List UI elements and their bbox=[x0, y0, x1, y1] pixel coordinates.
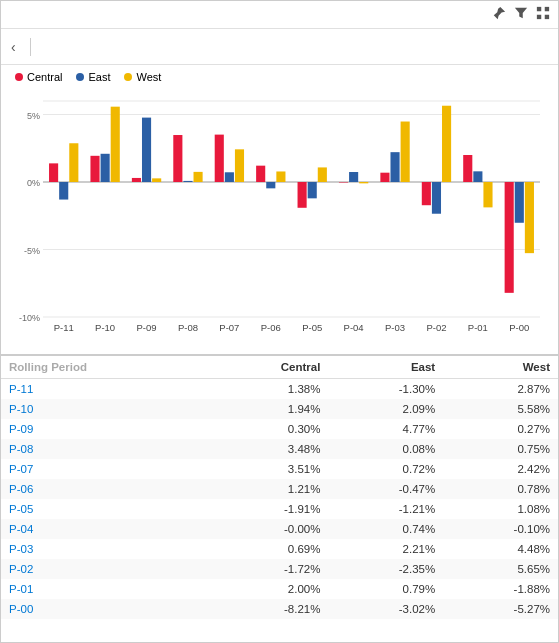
header-divider bbox=[30, 38, 31, 56]
svg-rect-26 bbox=[183, 181, 192, 182]
cell-west: 1.08% bbox=[443, 499, 558, 519]
legend-east-label: East bbox=[88, 71, 110, 83]
svg-text:P-10: P-10 bbox=[95, 322, 115, 333]
back-button[interactable]: ‹ bbox=[11, 39, 20, 55]
table-row: P-03 0.69% 2.21% 4.48% bbox=[1, 539, 558, 559]
svg-rect-14 bbox=[59, 182, 68, 200]
cell-central: -1.91% bbox=[207, 499, 329, 519]
svg-rect-1 bbox=[545, 7, 549, 11]
cell-east: 0.72% bbox=[328, 459, 443, 479]
chart-legend: Central East West bbox=[11, 71, 548, 83]
svg-rect-45 bbox=[380, 173, 389, 182]
cell-west: -1.88% bbox=[443, 579, 558, 599]
svg-text:P-00: P-00 bbox=[509, 322, 529, 333]
svg-rect-29 bbox=[215, 135, 224, 182]
svg-rect-43 bbox=[359, 182, 368, 183]
col-header-east: East bbox=[328, 356, 443, 379]
svg-rect-55 bbox=[483, 182, 492, 207]
svg-rect-17 bbox=[90, 156, 99, 182]
svg-rect-58 bbox=[515, 182, 524, 223]
svg-rect-13 bbox=[49, 163, 58, 182]
cell-east: -1.30% bbox=[328, 379, 443, 400]
main-container: ‹ Central East West 5%0%-5% bbox=[0, 0, 559, 643]
more-icon[interactable] bbox=[536, 6, 550, 23]
cell-central: 1.94% bbox=[207, 399, 329, 419]
svg-text:P-04: P-04 bbox=[344, 322, 364, 333]
legend-west-dot bbox=[124, 73, 132, 81]
cell-west: -0.10% bbox=[443, 519, 558, 539]
legend-central: Central bbox=[15, 71, 62, 83]
svg-rect-53 bbox=[463, 155, 472, 182]
cell-east: 2.09% bbox=[328, 399, 443, 419]
data-table-area[interactable]: Rolling Period Central East West P-11 1.… bbox=[1, 354, 558, 642]
header: ‹ bbox=[1, 29, 558, 65]
svg-text:P-07: P-07 bbox=[219, 322, 239, 333]
cell-east: 4.77% bbox=[328, 419, 443, 439]
cell-central: 1.38% bbox=[207, 379, 329, 400]
cell-period: P-07 bbox=[1, 459, 207, 479]
cell-west: -5.27% bbox=[443, 599, 558, 619]
svg-text:P-09: P-09 bbox=[137, 322, 157, 333]
svg-text:P-03: P-03 bbox=[385, 322, 405, 333]
legend-west: West bbox=[124, 71, 161, 83]
cell-west: 5.58% bbox=[443, 399, 558, 419]
table-row: P-02 -1.72% -2.35% 5.65% bbox=[1, 559, 558, 579]
cell-central: 2.00% bbox=[207, 579, 329, 599]
svg-rect-39 bbox=[318, 167, 327, 182]
cell-period: P-11 bbox=[1, 379, 207, 400]
svg-rect-49 bbox=[422, 182, 431, 205]
svg-rect-37 bbox=[298, 182, 307, 208]
table-row: P-09 0.30% 4.77% 0.27% bbox=[1, 419, 558, 439]
table-row: P-11 1.38% -1.30% 2.87% bbox=[1, 379, 558, 400]
svg-rect-21 bbox=[132, 178, 141, 182]
col-header-period: Rolling Period bbox=[1, 356, 207, 379]
svg-rect-42 bbox=[349, 172, 358, 182]
legend-central-dot bbox=[15, 73, 23, 81]
cell-period: P-02 bbox=[1, 559, 207, 579]
cell-west: 5.65% bbox=[443, 559, 558, 579]
svg-rect-22 bbox=[142, 118, 151, 182]
svg-text:P-01: P-01 bbox=[468, 322, 488, 333]
svg-rect-57 bbox=[505, 182, 514, 293]
pin-icon[interactable] bbox=[492, 6, 506, 23]
svg-text:P-05: P-05 bbox=[302, 322, 322, 333]
cell-west: 0.27% bbox=[443, 419, 558, 439]
svg-rect-34 bbox=[266, 182, 275, 188]
table-body: P-11 1.38% -1.30% 2.87% P-10 1.94% 2.09%… bbox=[1, 379, 558, 620]
cell-period: P-10 bbox=[1, 399, 207, 419]
cell-east: 2.21% bbox=[328, 539, 443, 559]
cell-period: P-01 bbox=[1, 579, 207, 599]
cell-central: -1.72% bbox=[207, 559, 329, 579]
svg-text:P-02: P-02 bbox=[426, 322, 446, 333]
filter-icon[interactable] bbox=[514, 6, 528, 23]
legend-central-label: Central bbox=[27, 71, 62, 83]
svg-rect-19 bbox=[111, 107, 120, 182]
legend-east: East bbox=[76, 71, 110, 83]
svg-rect-51 bbox=[442, 106, 451, 182]
svg-rect-3 bbox=[545, 15, 549, 19]
table-row: P-07 3.51% 0.72% 2.42% bbox=[1, 459, 558, 479]
cell-east: -2.35% bbox=[328, 559, 443, 579]
cell-east: -0.47% bbox=[328, 479, 443, 499]
table-row: P-01 2.00% 0.79% -1.88% bbox=[1, 579, 558, 599]
svg-rect-33 bbox=[256, 166, 265, 182]
cell-central: 1.21% bbox=[207, 479, 329, 499]
svg-rect-27 bbox=[194, 172, 203, 182]
cell-period: P-03 bbox=[1, 539, 207, 559]
table-row: P-04 -0.00% 0.74% -0.10% bbox=[1, 519, 558, 539]
cell-period: P-05 bbox=[1, 499, 207, 519]
cell-west: 2.87% bbox=[443, 379, 558, 400]
cell-central: 0.30% bbox=[207, 419, 329, 439]
cell-central: 0.69% bbox=[207, 539, 329, 559]
table-header-row: Rolling Period Central East West bbox=[1, 356, 558, 379]
cell-central: -0.00% bbox=[207, 519, 329, 539]
table-row: P-08 3.48% 0.08% 0.75% bbox=[1, 439, 558, 459]
svg-rect-15 bbox=[69, 143, 78, 182]
cell-period: P-00 bbox=[1, 599, 207, 619]
legend-west-label: West bbox=[136, 71, 161, 83]
col-header-central: Central bbox=[207, 356, 329, 379]
toolbar bbox=[1, 1, 558, 29]
back-arrow-icon: ‹ bbox=[11, 39, 16, 55]
table-row: P-06 1.21% -0.47% 0.78% bbox=[1, 479, 558, 499]
bar-chart: 5%0%-5%-10%P-11P-10P-09P-08P-07P-06P-05P… bbox=[11, 87, 548, 350]
